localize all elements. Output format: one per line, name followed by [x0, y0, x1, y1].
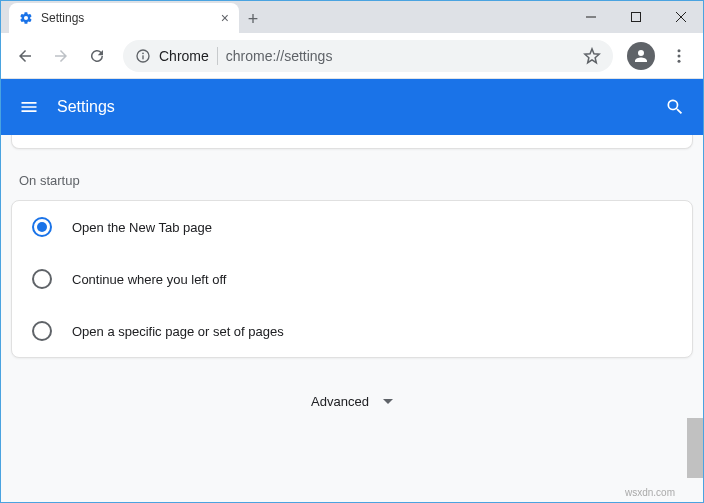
gear-icon [19, 11, 33, 25]
bookmark-star-icon[interactable] [583, 47, 601, 65]
radio-label: Open a specific page or set of pages [72, 324, 284, 339]
svg-rect-6 [142, 55, 143, 59]
page-title: Settings [57, 98, 115, 116]
svg-point-8 [678, 54, 681, 57]
omnibox-host: Chrome [159, 48, 209, 64]
browser-tab[interactable]: Settings × [9, 3, 239, 33]
minimize-button[interactable] [568, 3, 613, 31]
svg-point-5 [142, 52, 144, 54]
radio-label: Open the New Tab page [72, 220, 212, 235]
advanced-toggle[interactable]: Advanced [11, 358, 693, 419]
profile-avatar[interactable] [627, 42, 655, 70]
site-info-icon[interactable] [135, 48, 151, 64]
window-controls [568, 1, 703, 33]
scrollbar-thumb[interactable] [687, 418, 703, 478]
startup-option-new-tab[interactable]: Open the New Tab page [12, 201, 692, 253]
new-tab-button[interactable]: + [239, 5, 267, 33]
startup-options-card: Open the New Tab page Continue where you… [11, 200, 693, 358]
titlebar: Settings × + [1, 1, 703, 33]
startup-option-continue[interactable]: Continue where you left off [12, 253, 692, 305]
chevron-down-icon [383, 399, 393, 404]
omnibox-separator [217, 47, 218, 65]
radio-unselected-icon[interactable] [32, 321, 52, 341]
radio-label: Continue where you left off [72, 272, 226, 287]
menu-button[interactable] [663, 40, 695, 72]
startup-option-specific-pages[interactable]: Open a specific page or set of pages [12, 305, 692, 357]
settings-header: Settings [1, 79, 703, 135]
toolbar: Chrome chrome://settings [1, 33, 703, 79]
maximize-button[interactable] [613, 3, 658, 31]
address-bar[interactable]: Chrome chrome://settings [123, 40, 613, 72]
radio-unselected-icon[interactable] [32, 269, 52, 289]
settings-content: On startup Open the New Tab page Continu… [1, 135, 703, 502]
radio-selected-icon[interactable] [32, 217, 52, 237]
close-tab-icon[interactable]: × [221, 11, 229, 25]
svg-point-9 [678, 59, 681, 62]
close-window-button[interactable] [658, 3, 703, 31]
watermark: wsxdn.com [625, 487, 675, 498]
svg-rect-1 [631, 13, 640, 22]
omnibox-path: chrome://settings [226, 48, 333, 64]
back-button[interactable] [9, 40, 41, 72]
advanced-label: Advanced [311, 394, 369, 409]
previous-section-card [11, 135, 693, 149]
search-icon[interactable] [665, 97, 685, 117]
section-label-startup: On startup [19, 173, 685, 188]
tab-title: Settings [41, 11, 84, 25]
forward-button[interactable] [45, 40, 77, 72]
hamburger-menu-icon[interactable] [19, 97, 39, 117]
reload-button[interactable] [81, 40, 113, 72]
svg-point-7 [678, 49, 681, 52]
